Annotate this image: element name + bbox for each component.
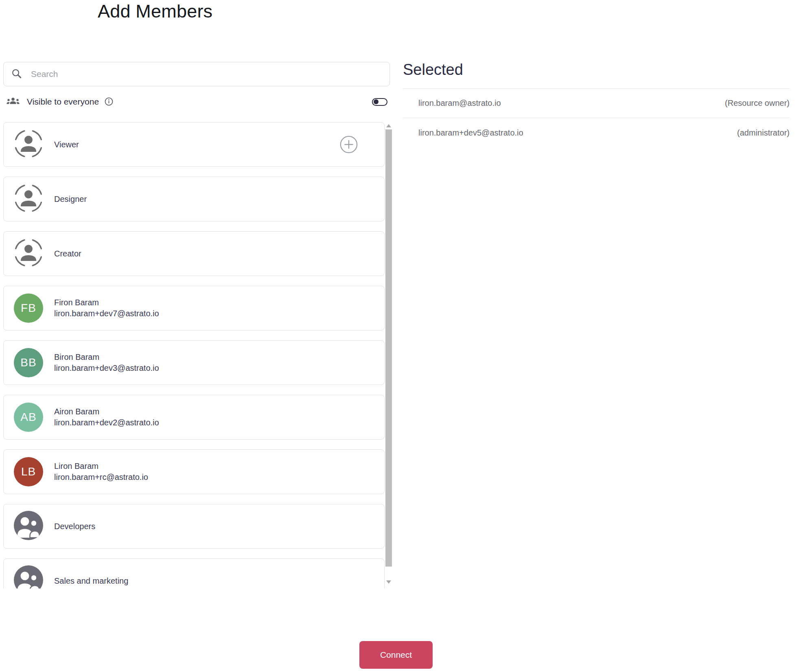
people-icon [7,96,20,107]
selected-role: (Resource owner) [725,99,790,108]
scrollbar-down-arrow-icon[interactable] [386,580,391,584]
list-item-user[interactable]: LB Liron Baram liron.baram+rc@astrato.io [3,449,385,494]
role-person-icon [14,238,43,269]
role-person-icon [14,129,43,160]
search-icon [11,68,22,81]
selected-list: liron.baram@astrato.io (Resource owner) … [403,88,790,147]
role-label: Designer [54,195,87,204]
search-box[interactable] [3,62,390,86]
selected-row[interactable]: liron.baram+dev5@astrato.io (administrat… [403,118,790,147]
list-item-user[interactable]: FB Firon Baram liron.baram+dev7@astrato.… [3,286,385,331]
search-input[interactable] [31,69,382,79]
add-viewer-button[interactable] [339,135,358,154]
user-name: Firon Baram [54,297,159,308]
user-name: Liron Baram [54,461,148,472]
selected-row[interactable]: liron.baram@astrato.io (Resource owner) [403,89,790,118]
list-item-role-creator[interactable]: Creator [3,231,385,276]
visibility-row: Visible to everyone [3,94,390,109]
user-name: Biron Baram [54,352,159,363]
user-email: liron.baram+dev2@astrato.io [54,417,159,428]
list-item-group-sales[interactable]: Sales and marketing [3,558,385,589]
group-avatar-icon [14,511,43,542]
selected-panel: Selected liron.baram@astrato.io (Resourc… [403,61,790,147]
group-label: Sales and marketing [54,576,128,586]
selected-email: liron.baram@astrato.io [418,99,501,108]
info-icon[interactable] [105,97,113,107]
user-email: liron.baram+rc@astrato.io [54,472,148,483]
role-label: Viewer [54,140,79,149]
role-label: Creator [54,249,81,258]
connect-button[interactable]: Connect [359,641,433,669]
scrollbar-up-arrow-icon[interactable] [386,124,391,127]
page-title: Add Members [98,1,212,22]
selected-email: liron.baram+dev5@astrato.io [418,128,523,138]
visibility-toggle[interactable] [372,98,387,106]
list-item-role-designer[interactable]: Designer [3,177,385,221]
list-item-group-developers[interactable]: Developers [3,504,385,549]
list-item-role-viewer[interactable]: Viewer [3,122,385,167]
user-email: liron.baram+dev3@astrato.io [54,363,159,374]
group-avatar-icon [14,565,43,589]
avatar: AB [14,403,43,432]
list-item-user[interactable]: AB Airon Baram liron.baram+dev2@astrato.… [3,395,385,440]
group-label: Developers [54,522,95,531]
list-item-user[interactable]: BB Biron Baram liron.baram+dev3@astrato.… [3,340,385,385]
toggle-knob [374,99,379,104]
members-list: Viewer Designer [3,122,392,589]
avatar: BB [14,348,43,377]
selected-title: Selected [403,61,790,79]
avatar: FB [14,293,43,323]
role-person-icon [14,184,43,215]
visibility-label: Visible to everyone [27,97,99,107]
user-email: liron.baram+dev7@astrato.io [54,308,159,319]
selected-role: (administrator) [737,128,790,138]
user-name: Airon Baram [54,406,159,417]
scrollbar-thumb[interactable] [385,129,392,567]
avatar: LB [14,457,43,486]
add-members-dialog: Add Members Visible to everyone [0,0,803,672]
list-scrollbar[interactable] [385,122,392,589]
